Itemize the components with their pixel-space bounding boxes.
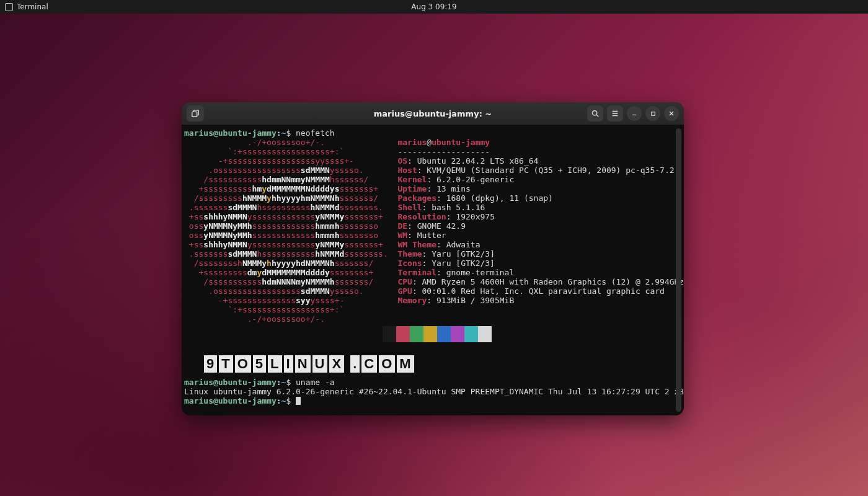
terminal-viewport[interactable]: marius@ubuntu-jammy:~$ neofetch .-/+ooss… <box>182 125 684 415</box>
minimize-icon <box>631 110 638 117</box>
search-button[interactable] <box>587 105 603 122</box>
new-tab-button[interactable] <box>187 105 204 122</box>
color-swatches <box>383 326 492 342</box>
hamburger-icon <box>611 109 619 118</box>
maximize-button[interactable] <box>645 106 660 121</box>
topbar-app-label: Terminal <box>17 2 48 11</box>
svg-line-2 <box>596 115 598 117</box>
svg-rect-0 <box>192 112 197 117</box>
topbar-clock[interactable]: Aug 3 09:19 <box>0 2 868 11</box>
menu-button[interactable] <box>607 105 623 122</box>
svg-point-1 <box>592 110 596 115</box>
terminal-window: marius@ubuntu-jammy: ~ marius@ubuntu-jam… <box>182 102 684 415</box>
svg-rect-7 <box>651 112 655 115</box>
window-titlebar[interactable]: marius@ubuntu-jammy: ~ <box>182 102 684 125</box>
cursor <box>296 397 301 405</box>
new-tab-icon <box>191 109 200 118</box>
minimize-button[interactable] <box>627 106 642 121</box>
scrollbar[interactable] <box>676 128 681 412</box>
close-button[interactable] <box>664 106 679 121</box>
terminal-output: marius@ubuntu-jammy:~$ neofetch .-/+ooss… <box>182 128 684 412</box>
close-icon <box>668 110 675 117</box>
topbar-active-app[interactable]: Terminal <box>0 2 48 11</box>
terminal-indicator-icon <box>5 3 13 11</box>
brand-watermark: 9TO5LINUX.COM <box>204 355 416 373</box>
search-icon <box>591 109 600 118</box>
maximize-icon <box>650 110 657 117</box>
gnome-top-bar: Terminal Aug 3 09:19 <box>0 0 868 14</box>
